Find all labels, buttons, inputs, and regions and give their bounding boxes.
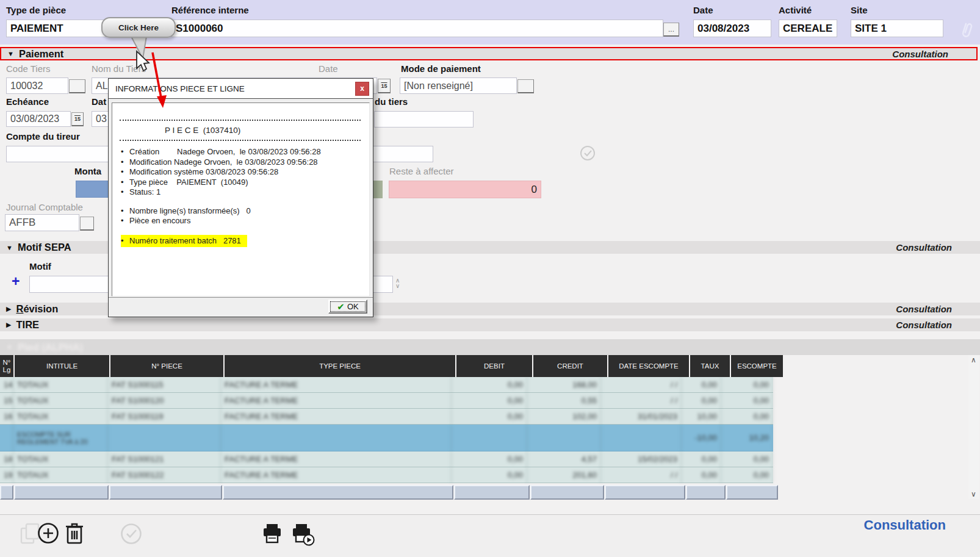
table-row[interactable]: 18TOTAUXFAT S1000121FACTURE A TERME0,004… — [0, 451, 773, 467]
table-row[interactable]: 14TOTAUXFAT S1000115FACTURE A TERME0,001… — [0, 377, 773, 393]
motif-spinner[interactable]: ∧ ∨ — [395, 278, 400, 289]
mode-paiement-lookup-button[interactable] — [517, 79, 534, 93]
table-cell[interactable] — [0, 425, 13, 451]
table-cell[interactable]: FACTURE A TERME — [221, 409, 452, 424]
table-cell[interactable]: 0,55 — [527, 393, 601, 408]
table-cell[interactable]: TOTAUX — [13, 393, 108, 408]
table-cell[interactable] — [601, 425, 682, 451]
table-cell[interactable]: 0,00 — [721, 451, 773, 467]
ok-button[interactable]: ✔ OK — [328, 300, 367, 314]
date-field[interactable]: 03/08/2023 — [693, 20, 771, 37]
table-cell[interactable]: FAT S1000115 — [108, 377, 221, 392]
table-cell[interactable]: FAT S1000120 — [108, 393, 221, 408]
table-cell[interactable]: 19 — [0, 467, 13, 483]
table-cell[interactable] — [108, 425, 221, 451]
table-cell[interactable]: 0,00 — [682, 467, 721, 483]
dialog-titlebar[interactable]: INFORMATIONS PIECE ET LIGNE x — [109, 79, 373, 99]
table-cell[interactable]: 0,00 — [721, 467, 773, 483]
table-cell[interactable]: TOTAUX — [13, 451, 108, 467]
table-cell[interactable]: 4,57 — [527, 451, 601, 467]
table-cell[interactable]: 16 — [0, 409, 13, 424]
table-cell[interactable]: 10,00 — [682, 409, 721, 424]
validate-icon[interactable] — [120, 522, 143, 545]
section-pied-header[interactable]: ▼Pied (ALPHA) — [0, 339, 980, 355]
table-cell[interactable]: 0,00 — [682, 377, 721, 392]
grid-vertical-scrollbar[interactable]: ∧ ∨ — [968, 355, 979, 499]
close-icon[interactable]: x — [355, 82, 369, 96]
section-paiement-header[interactable]: ▼Paiement Consultation — [0, 47, 978, 60]
table-cell[interactable]: 31/01/2023 — [601, 409, 682, 424]
column-header[interactable]: DEBIT — [456, 355, 532, 377]
table-cell[interactable]: FAT S1000122 — [108, 467, 221, 483]
table-cell[interactable]: 0,00 — [452, 393, 527, 408]
mode-paiement-field[interactable]: [Non renseigné] — [400, 77, 517, 94]
code-tiers-lookup-button[interactable] — [69, 79, 85, 93]
table-cell[interactable]: / / — [601, 467, 682, 483]
print-icon[interactable] — [261, 523, 283, 545]
chevron-down-icon[interactable]: ∨ — [395, 283, 400, 289]
table-cell[interactable]: / / — [601, 377, 682, 392]
add-motif-button[interactable]: + — [12, 273, 20, 290]
table-row[interactable]: 19TOTAUXFAT S1000122FACTURE A TERME0,002… — [0, 467, 773, 483]
journal-lookup-button[interactable] — [80, 217, 94, 231]
table-cell[interactable]: 0,00 — [721, 409, 773, 424]
table-cell[interactable]: FACTURE A TERME — [221, 393, 452, 408]
table-row[interactable]: ESCOMPTE SUR REGLEMENT TVA à 20-10,0010,… — [0, 425, 773, 451]
table-cell[interactable]: 0,00 — [452, 409, 527, 424]
table-cell[interactable] — [221, 425, 452, 451]
reference-field[interactable]: S1000060 — [171, 20, 663, 37]
table-cell[interactable]: FACTURE A TERME — [221, 377, 452, 392]
table-cell[interactable]: 0,00 — [721, 377, 773, 392]
du-tiers-field[interactable] — [374, 111, 474, 128]
table-cell[interactable]: 168,00 — [527, 377, 601, 392]
table-cell[interactable]: ESCOMPTE SUR REGLEMENT TVA à 20 — [13, 425, 108, 451]
scroll-up-arrow[interactable]: ∧ — [971, 356, 976, 364]
table-cell[interactable]: 0,00 — [452, 451, 527, 467]
add-icon[interactable] — [37, 522, 60, 545]
table-cell[interactable]: TOTAUX — [13, 377, 108, 392]
table-cell[interactable]: / / — [601, 393, 682, 408]
table-cell[interactable]: FACTURE A TERME — [221, 467, 452, 483]
delete-icon[interactable] — [65, 521, 84, 545]
column-header[interactable]: N° Lg — [0, 355, 13, 377]
table-cell[interactable]: TOTAUX — [13, 409, 108, 424]
table-cell[interactable]: 201,60 — [527, 467, 601, 483]
table-cell[interactable]: 10,20 — [721, 425, 773, 451]
table-cell[interactable]: 15 — [0, 393, 13, 408]
column-header[interactable]: INTITULE — [15, 355, 109, 377]
table-cell[interactable]: 18 — [0, 451, 13, 467]
table-cell[interactable]: 0,00 — [721, 393, 773, 408]
table-cell[interactable]: TOTAUX — [13, 467, 108, 483]
table-cell[interactable]: 0,00 — [682, 451, 721, 467]
echeance-field[interactable]: 03/08/2023 — [6, 111, 71, 127]
site-field[interactable]: SITE 1 — [851, 20, 943, 37]
table-cell[interactable]: 15/02/2023 — [601, 451, 682, 467]
journal-comptable-field[interactable]: AFFB — [5, 214, 79, 231]
reste-a-affecter-field[interactable]: 0 — [389, 181, 541, 198]
activite-field[interactable]: CEREALE — [779, 20, 837, 37]
table-row[interactable]: 16TOTAUXFAT S1000119FACTURE A TERME0,001… — [0, 409, 773, 425]
table-cell[interactable]: 14 — [0, 377, 13, 392]
table-cell[interactable] — [452, 425, 527, 451]
table-cell[interactable]: -10,00 — [682, 425, 721, 451]
column-header[interactable]: DATE ESCOMPTE — [608, 355, 689, 377]
table-row[interactable]: 15TOTAUXFAT S1000120FACTURE A TERME0,000… — [0, 393, 773, 409]
section-tire-header[interactable]: ▶TIRE Consultation — [0, 318, 980, 331]
print-run-icon[interactable] — [290, 523, 317, 547]
column-header[interactable]: CREDIT — [533, 355, 607, 377]
column-header[interactable]: N° PIECE — [110, 355, 223, 377]
scroll-down-arrow[interactable]: ∨ — [971, 491, 976, 498]
column-header[interactable]: TAUX — [690, 355, 730, 377]
table-cell[interactable]: 102,00 — [527, 409, 601, 424]
table-cell[interactable] — [527, 425, 601, 451]
reference-lookup-button[interactable]: ... — [663, 23, 679, 37]
table-cell[interactable]: 0,00 — [452, 467, 527, 483]
table-cell[interactable]: 0,00 — [452, 377, 527, 392]
column-header[interactable]: ESCOMPTE — [731, 355, 783, 377]
paperclip-icon[interactable] — [959, 21, 975, 39]
calendar-icon[interactable]: 15 — [378, 79, 391, 93]
check-circle-icon[interactable] — [580, 145, 596, 161]
table-cell[interactable]: FAT S1000121 — [108, 451, 221, 467]
table-cell[interactable]: 0,00 — [682, 393, 721, 408]
table-cell[interactable]: FACTURE A TERME — [221, 451, 452, 467]
